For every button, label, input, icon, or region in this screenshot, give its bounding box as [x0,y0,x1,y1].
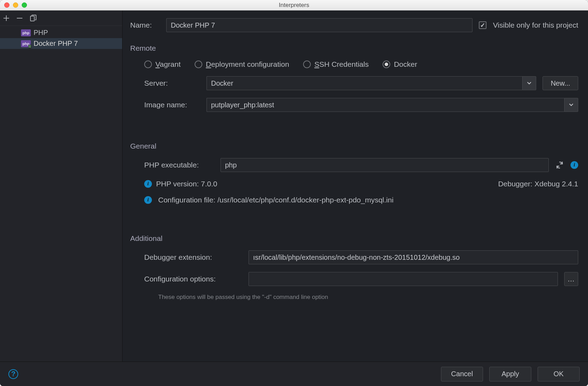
config-options-hint: These options will be passed using the "… [144,294,578,301]
name-field[interactable] [166,18,472,32]
debugger-ext-label: Debugger extension: [144,253,242,262]
image-field[interactable] [206,98,564,112]
visible-only-project-label: Visible only for this project [493,21,578,29]
config-options-field[interactable] [248,272,558,286]
apply-button[interactable]: Apply [489,367,531,381]
server-field[interactable] [206,76,522,90]
list-item-label: Docker PHP 7 [34,40,78,48]
info-icon: i [144,180,152,188]
php-icon: php [21,29,31,36]
list-item[interactable]: php PHP [0,27,122,38]
additional-section-title: Additional [130,234,578,243]
radio-icon [383,60,390,68]
config-options-browse-button[interactable]: ... [564,272,578,286]
config-file-label: Configuration file: /usr/local/etc/php/c… [158,196,393,204]
php-version-label: PHP version: 7.0.0 [156,180,217,188]
executable-row: PHP executable: i [144,158,578,172]
chevron-down-icon[interactable] [522,76,536,90]
remote-section-title: Remote [130,44,578,52]
add-icon[interactable] [3,15,10,22]
list-item-label: PHP [34,29,48,37]
radio-icon [303,60,311,68]
svg-rect-0 [17,18,22,19]
image-combo[interactable] [206,98,578,112]
general-section-title: General [130,142,578,150]
sidebar-toolbar [0,10,122,26]
remote-type-radios: Vagrant Deployment configuration SSH Cre… [144,60,578,69]
window-title: Interpreters [0,2,588,9]
sidebar: php PHP phpR Docker PHP 7 [0,10,122,362]
cancel-button[interactable]: Cancel [441,367,483,381]
info-icon: i [144,196,152,204]
titlebar: Interpreters [0,0,588,10]
visible-only-project-checkbox[interactable] [479,21,486,29]
radio-label: Deployment configuration [206,60,289,69]
interpreters-dialog: Interpreters php PHP [0,0,588,386]
debugger-ext-field[interactable] [248,250,578,264]
version-row: i PHP version: 7.0.0 Debugger: Xdebug 2.… [144,180,578,188]
radio-label: Docker [394,60,417,69]
list-item[interactable]: phpR Docker PHP 7 [0,38,122,49]
main-panel: Name: Visible only for this project Remo… [122,10,588,362]
debugger-info: Debugger: Xdebug 2.4.1 [498,180,578,188]
refresh-icon[interactable] [555,160,564,170]
server-row: Server: New... [144,76,578,90]
radio-vagrant[interactable]: Vagrant [144,60,181,69]
info-icon[interactable]: i [570,161,578,169]
copy-icon[interactable] [29,14,37,22]
executable-label: PHP executable: [144,161,214,169]
radio-icon [195,60,202,68]
radio-label: Vagrant [155,60,181,69]
server-combo[interactable] [206,76,536,90]
executable-field[interactable] [220,158,549,172]
debugger-ext-row: Debugger extension: [144,250,578,264]
name-row: Name: Visible only for this project [130,18,578,32]
radio-ssh[interactable]: SSH Credentials [303,60,369,69]
image-row: Image name: [144,98,578,112]
radio-label: SSH Credentials [314,60,369,69]
name-label: Name: [130,21,160,29]
config-options-row: Configuration options: ... [144,272,578,286]
config-options-label: Configuration options: [144,275,242,283]
radio-docker[interactable]: Docker [383,60,417,69]
radio-deployment[interactable]: Deployment configuration [195,60,289,69]
help-icon[interactable]: ? [8,369,18,379]
chevron-down-icon[interactable] [564,98,578,112]
interpreter-list: php PHP phpR Docker PHP 7 [0,26,122,362]
config-file-row: i Configuration file: /usr/local/etc/php… [144,196,578,204]
php-remote-icon: phpR [21,40,31,47]
radio-icon [144,60,152,68]
dialog-footer: ? Cancel Apply OK [0,362,588,386]
svg-rect-1 [30,16,34,21]
server-label: Server: [144,79,200,87]
image-label: Image name: [144,101,200,109]
ok-button[interactable]: OK [538,367,580,381]
remove-icon[interactable] [16,15,23,22]
new-server-button[interactable]: New... [542,76,578,90]
